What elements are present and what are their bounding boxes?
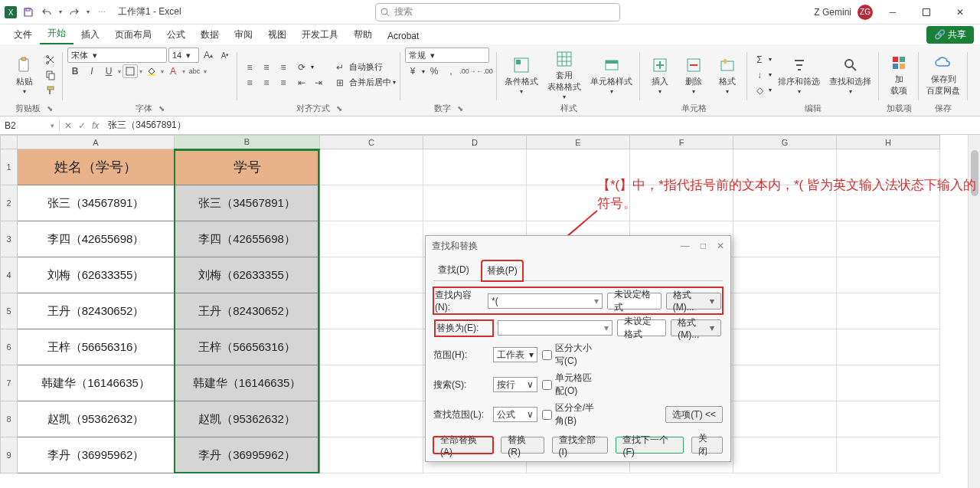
formula-input[interactable]: 张三（34567891） <box>103 119 980 132</box>
find-select-button[interactable]: 查找和选择▾ <box>826 54 874 97</box>
close-dialog-button[interactable]: 关闭 <box>691 437 723 454</box>
enter-icon[interactable]: ✓ <box>78 120 86 131</box>
dialog-close-icon[interactable]: ✕ <box>717 241 724 251</box>
dialog-maximize-icon[interactable]: □ <box>701 241 706 251</box>
format-as-table-button[interactable]: 套用 表格格式▾ <box>544 47 584 102</box>
conditional-format-button[interactable]: 条件格式▾ <box>501 54 541 97</box>
cancel-icon[interactable]: ✕ <box>64 120 72 131</box>
dialog-launcher-icon[interactable]: ⬊ <box>158 104 165 113</box>
cell[interactable]: 张三（34567891） <box>18 185 175 221</box>
cell[interactable]: 王梓（56656316） <box>175 329 320 365</box>
search-box[interactable]: 搜索 <box>375 3 620 21</box>
bold-button[interactable]: B <box>67 64 83 78</box>
undo-icon[interactable] <box>38 4 55 21</box>
dialog-launcher-icon[interactable]: ⬊ <box>47 104 53 113</box>
italic-button[interactable]: I <box>84 64 100 78</box>
cell[interactable]: 李四（42655698） <box>175 221 320 257</box>
search-dir-dropdown[interactable]: 按行∨ <box>493 377 537 392</box>
align-center-icon[interactable]: ≡ <box>259 76 274 90</box>
phonetic-button[interactable]: abc <box>187 64 202 78</box>
select-all-corner[interactable] <box>1 136 18 149</box>
font-name-dropdown[interactable]: 宋体▾ <box>67 47 167 63</box>
sort-filter-button[interactable]: 排序和筛选▾ <box>775 54 823 97</box>
cell[interactable]: 刘梅（62633355） <box>18 257 175 293</box>
replace-format-button[interactable]: 格式(M)... <box>671 319 721 336</box>
increase-decimal-icon[interactable]: .00→ <box>460 64 475 78</box>
copy-icon[interactable] <box>43 68 58 82</box>
format-painter-icon[interactable] <box>43 84 58 97</box>
tab-help[interactable]: 帮助 <box>346 25 380 44</box>
col-header[interactable]: F <box>630 136 733 149</box>
col-header[interactable]: C <box>320 136 423 149</box>
tab-replace[interactable]: 替换(P) <box>482 260 523 281</box>
cell[interactable]: 王丹（82430652） <box>175 293 320 329</box>
col-header[interactable]: D <box>423 136 527 149</box>
options-button[interactable]: 选项(T) << <box>665 406 723 423</box>
align-middle-icon[interactable]: ≡ <box>259 61 274 74</box>
undo-dropdown-icon[interactable]: ▾ <box>57 4 64 21</box>
user-avatar[interactable]: ZG <box>858 5 873 20</box>
clear-button[interactable]: ◇▾ <box>752 84 772 97</box>
cell[interactable]: 韩建华（16146635） <box>175 365 320 401</box>
qat-customize-icon[interactable]: ⋯ <box>93 4 110 21</box>
col-header[interactable]: B <box>175 136 320 149</box>
row-header[interactable]: 2 <box>1 185 18 221</box>
find-all-button[interactable]: 查找全部(I) <box>552 437 609 454</box>
cut-icon[interactable] <box>43 53 58 67</box>
close-button[interactable]: ✕ <box>946 2 974 23</box>
replace-input[interactable]: ▾ <box>498 320 612 336</box>
decrease-font-icon[interactable]: A▾ <box>217 48 233 62</box>
col-header[interactable]: H <box>837 136 940 149</box>
decrease-indent-icon[interactable]: ⇤ <box>294 76 309 90</box>
find-format-button[interactable]: 格式(M)... <box>666 293 721 310</box>
border-button[interactable] <box>122 64 138 78</box>
tab-pagelayout[interactable]: 页面布局 <box>107 25 159 44</box>
row-header[interactable]: 8 <box>1 401 18 437</box>
autosum-button[interactable]: Σ▾ <box>752 53 772 67</box>
font-color-button[interactable]: A <box>165 64 181 78</box>
align-top-icon[interactable]: ≡ <box>242 61 257 74</box>
lookin-dropdown[interactable]: 公式∨ <box>493 407 537 422</box>
find-input[interactable]: *(▾ <box>488 293 603 309</box>
redo-icon[interactable] <box>66 4 83 21</box>
font-size-dropdown[interactable]: 14▾ <box>168 47 199 63</box>
scope-dropdown[interactable]: 工作表▾ <box>493 347 537 362</box>
underline-button[interactable]: U <box>101 64 116 78</box>
redo-dropdown-icon[interactable]: ▾ <box>84 4 92 21</box>
match-case-checkbox[interactable]: 区分大小写(C) <box>542 342 597 368</box>
align-bottom-icon[interactable]: ≡ <box>276 61 291 74</box>
number-format-dropdown[interactable]: 常规▾ <box>405 47 489 63</box>
minimize-button[interactable]: ─ <box>879 2 906 23</box>
percent-format-icon[interactable]: % <box>426 64 442 78</box>
delete-cells-button[interactable]: 删除▾ <box>678 54 709 97</box>
cell[interactable]: 姓名（学号） <box>18 149 175 185</box>
tab-developer[interactable]: 开发工具 <box>294 25 346 44</box>
cell[interactable]: 张三（34567891） <box>175 185 320 221</box>
row-header[interactable]: 6 <box>1 329 18 365</box>
user-name[interactable]: Z Gemini <box>814 7 851 18</box>
share-button[interactable]: 🔗 共享 <box>926 26 974 44</box>
cell[interactable]: 韩建华（16146635） <box>18 365 175 401</box>
tab-data[interactable]: 数据 <box>193 25 227 44</box>
align-right-icon[interactable]: ≡ <box>276 76 291 90</box>
tab-find[interactable]: 查找(D) <box>433 260 474 280</box>
find-next-button[interactable]: 查找下一个(F) <box>616 437 684 454</box>
save-baidu-button[interactable]: 保存到 百度网盘 <box>923 51 963 98</box>
row-header[interactable]: 5 <box>1 293 18 329</box>
format-cells-button[interactable]: 格式▾ <box>712 54 743 97</box>
tab-file[interactable]: 文件 <box>6 25 40 44</box>
row-header[interactable]: 4 <box>1 257 18 293</box>
cell[interactable]: 王丹（82430652） <box>18 293 175 329</box>
maximize-button[interactable] <box>913 2 940 23</box>
cell[interactable]: 李四（42655698） <box>18 221 175 257</box>
align-left-icon[interactable]: ≡ <box>242 76 257 90</box>
merge-center-button[interactable]: ⊞合并后居中▾ <box>332 76 396 90</box>
decrease-decimal-icon[interactable]: ←.00 <box>477 64 492 78</box>
fill-button[interactable]: ↓▾ <box>752 68 772 82</box>
addins-button[interactable]: 加 载项 <box>884 51 914 98</box>
cell[interactable]: 李丹（36995962） <box>18 437 175 473</box>
tab-review[interactable]: 审阅 <box>227 25 260 44</box>
col-header[interactable]: A <box>18 136 175 149</box>
match-width-checkbox[interactable]: 区分全/半角(B) <box>542 401 597 427</box>
dialog-launcher-icon[interactable]: ⬊ <box>336 104 342 113</box>
